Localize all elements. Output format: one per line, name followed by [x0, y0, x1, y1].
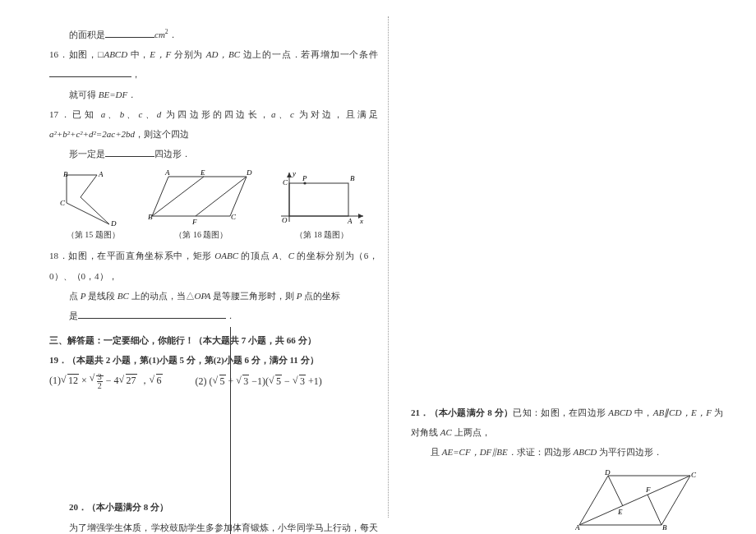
q18-line2: 点 P 是线段 BC 上的动点，当△OPA 是等腰三角形时，则 P 点的坐标 — [49, 286, 378, 306]
q21-line1: 21．（本小题满分 8 分）已知：如图，在四边形 ABCD 中，AB∥CD，E，… — [411, 403, 723, 442]
svg-text:F: F — [645, 486, 651, 494]
svg-text:D: D — [604, 469, 611, 476]
svg-text:B: B — [662, 523, 667, 532]
svg-line-40 — [648, 495, 662, 525]
q15-tail: 的面积是cm2． — [49, 25, 378, 44]
q17-line1: 17．已知 a、b、c、d 为四边形的四边长，a、c 为对边，且满足 a²+b²… — [49, 104, 378, 144]
q19-expressions: (1)12 × 32 − 427 ，6 (2) (5 + 3 −1)(5 − 3… — [49, 373, 378, 390]
q17-line2: 形一定是四边形． — [49, 144, 378, 163]
q18-line3: 是． — [49, 306, 378, 325]
svg-text:B: B — [63, 170, 68, 178]
svg-text:C: C — [60, 199, 66, 207]
vertical-divider-19 — [230, 327, 231, 534]
svg-text:x: x — [359, 217, 363, 225]
svg-text:C: C — [283, 178, 288, 186]
svg-text:B: B — [350, 174, 355, 182]
q19-header: 19．（本题共 2 小题，第(1)小题 5 分，第(2)小题 6 分，满分 11… — [49, 350, 378, 370]
svg-rect-16 — [289, 183, 348, 216]
diagram-15: B A C D （第 15 题图） — [60, 168, 126, 241]
q20-header: 20．（本小题满分 8 分） — [49, 497, 378, 517]
svg-text:E: E — [617, 508, 623, 516]
svg-text:A: A — [98, 170, 104, 178]
q16-line1: 16．如图，□ABCD 中，E，F 分别为 AD，BC 边上的一点．若再增加一个… — [49, 44, 378, 84]
diagram-18: y C P B O A x （第 18 题图） — [277, 168, 367, 241]
diagram-21: D C A B E F （第 21 题图） — [575, 469, 723, 534]
svg-text:D: D — [246, 168, 252, 177]
q15-blank — [105, 30, 154, 38]
svg-text:B: B — [148, 213, 153, 221]
svg-marker-0 — [67, 175, 109, 224]
q20-p1: 为了增强学生体质，学校鼓励学生多参加体育锻炼，小华同学马上行动，每天围绕小区进行… — [49, 518, 378, 534]
diagram-row: B A C D （第 15 题图） A E D B F C （第 16 题图） — [49, 168, 378, 241]
q19-part2: (2) (5 + 3 −1)(5 − 3 +1) — [196, 375, 322, 388]
svg-line-38 — [579, 476, 690, 525]
q18-line1: 18．如图，在平面直角坐标系中，矩形 OABC 的顶点 A、C 的坐标分别为（6… — [49, 246, 378, 285]
q17-blank — [105, 149, 154, 157]
column-divider — [388, 16, 389, 518]
svg-text:F: F — [191, 218, 197, 226]
svg-line-7 — [196, 177, 247, 216]
q16-blank — [49, 69, 131, 77]
q16-line2: 就可得 BE=DF． — [49, 85, 378, 104]
q18-blank — [78, 311, 226, 319]
svg-line-6 — [152, 177, 204, 216]
svg-text:D: D — [110, 219, 117, 228]
svg-text:C: C — [691, 471, 697, 479]
diagram-16: A E D B F C （第 16 题图） — [148, 168, 255, 241]
svg-text:A: A — [575, 523, 580, 532]
svg-text:E: E — [200, 168, 205, 177]
svg-text:y: y — [292, 169, 296, 177]
svg-marker-17 — [287, 173, 292, 177]
svg-text:P: P — [302, 174, 307, 182]
q19-part1: (1)12 × 32 − 427 ，6 — [49, 373, 163, 390]
svg-text:A: A — [164, 168, 170, 177]
svg-marker-5 — [152, 177, 247, 216]
svg-line-39 — [608, 476, 623, 506]
q21-line2: 且 AE=CF，DF∥BE．求证：四边形 ABCD 为平行四边形． — [411, 442, 723, 462]
section-3-header: 三、解答题：一定要细心，你能行！（本大题共 7 小题，共 66 分） — [49, 330, 378, 350]
svg-text:A: A — [347, 217, 353, 225]
svg-text:O: O — [282, 216, 288, 224]
svg-text:C: C — [231, 213, 237, 221]
